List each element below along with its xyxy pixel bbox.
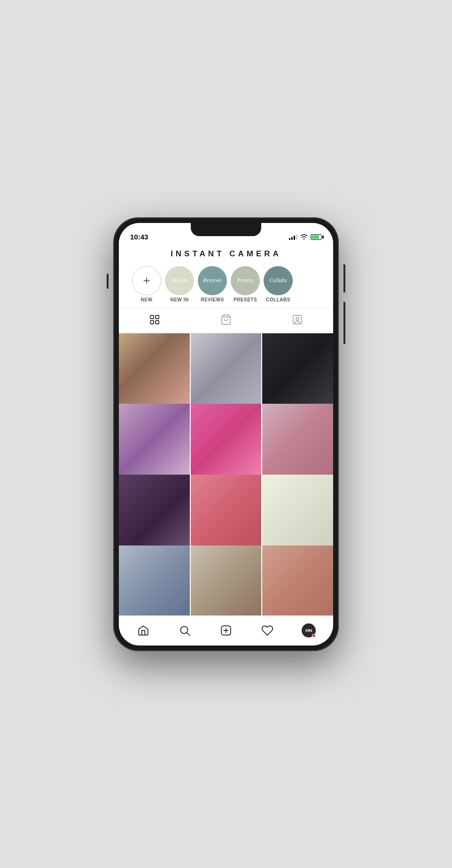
status-icons [289, 233, 322, 241]
story-circle-presets-text: Presets [237, 277, 254, 284]
story-circle-presets[interactable]: Presets [231, 266, 260, 295]
svg-rect-1 [156, 315, 159, 319]
phone-screen: 10:43 [119, 223, 333, 645]
grid-cell-4[interactable] [119, 404, 190, 475]
story-item-collabs[interactable]: Collabs COLLABS [264, 266, 293, 302]
story-label-new: New [141, 297, 153, 302]
grid-cell-1[interactable] [119, 333, 190, 404]
side-button-power [343, 302, 345, 344]
bottom-nav: KIN [119, 615, 333, 645]
story-circle-new-in[interactable]: New In [165, 266, 194, 295]
grid-cell-10[interactable] [119, 545, 190, 615]
grid-cell-7[interactable] [119, 475, 190, 545]
tab-icons-bar [119, 308, 333, 333]
grid-cell-2[interactable] [191, 333, 262, 404]
nav-search[interactable] [173, 620, 196, 641]
wifi-icon [300, 233, 308, 241]
notch [191, 223, 261, 236]
signal-icon [289, 234, 297, 240]
app-title: INSTANT CAMERA [126, 247, 326, 264]
grid-cell-5[interactable] [191, 404, 262, 475]
nav-add[interactable] [214, 620, 238, 641]
grid-cell-8[interactable] [191, 475, 262, 545]
svg-line-8 [187, 633, 190, 636]
grid-row-2 [119, 404, 333, 475]
story-label-new-in: NEW IN [170, 297, 188, 302]
battery-icon [311, 234, 322, 240]
story-circle-collabs-text: Collabs [269, 277, 287, 284]
grid-cell-3[interactable] [262, 333, 333, 404]
story-circle-collabs[interactable]: Collabs [264, 266, 293, 295]
story-item-presets[interactable]: Presets PRESETS [231, 266, 260, 302]
grid-cell-12[interactable] [262, 545, 333, 615]
avatar[interactable]: KIN [302, 623, 316, 638]
story-circle-new-in-text: New In [171, 277, 187, 284]
status-time: 10:43 [130, 233, 148, 241]
story-circle-reviews-text: Reviews [203, 277, 221, 284]
svg-rect-3 [156, 321, 159, 324]
stories-row: + New New In NEW IN Reviews REVIEWS [126, 264, 326, 308]
story-item-new[interactable]: + New [132, 266, 161, 302]
phone-frame: 10:43 [113, 217, 339, 651]
nav-profile-avatar[interactable]: KIN [297, 620, 320, 641]
story-circle-reviews[interactable]: Reviews [198, 266, 227, 295]
side-button-volume-up [343, 264, 345, 292]
app-header: INSTANT CAMERA + New New In NEW IN [119, 244, 333, 308]
svg-rect-0 [150, 315, 154, 319]
grid-row-1 [119, 333, 333, 404]
svg-point-6 [296, 317, 299, 320]
story-label-collabs: COLLABS [266, 297, 290, 302]
story-circle-new[interactable]: + [132, 266, 161, 295]
nav-likes[interactable] [256, 620, 279, 641]
story-label-presets: PRESETS [234, 297, 257, 302]
side-button-mute [107, 274, 109, 289]
tab-profile[interactable] [282, 312, 312, 329]
nav-home[interactable] [132, 620, 155, 641]
grid-cell-11[interactable] [191, 545, 262, 615]
story-item-reviews[interactable]: Reviews REVIEWS [198, 266, 227, 302]
tab-shop[interactable] [211, 312, 241, 329]
grid-row-4 [119, 545, 333, 615]
tab-grid[interactable] [140, 312, 170, 329]
story-label-reviews: REVIEWS [201, 297, 224, 302]
avatar-initials: KIN [305, 628, 312, 633]
grid-cell-9[interactable] [262, 475, 333, 545]
photo-grid [119, 333, 333, 615]
grid-row-3 [119, 475, 333, 545]
notification-dot [312, 634, 316, 638]
svg-rect-2 [150, 321, 154, 324]
grid-cell-6[interactable] [262, 404, 333, 475]
story-item-new-in[interactable]: New In NEW IN [165, 266, 194, 302]
